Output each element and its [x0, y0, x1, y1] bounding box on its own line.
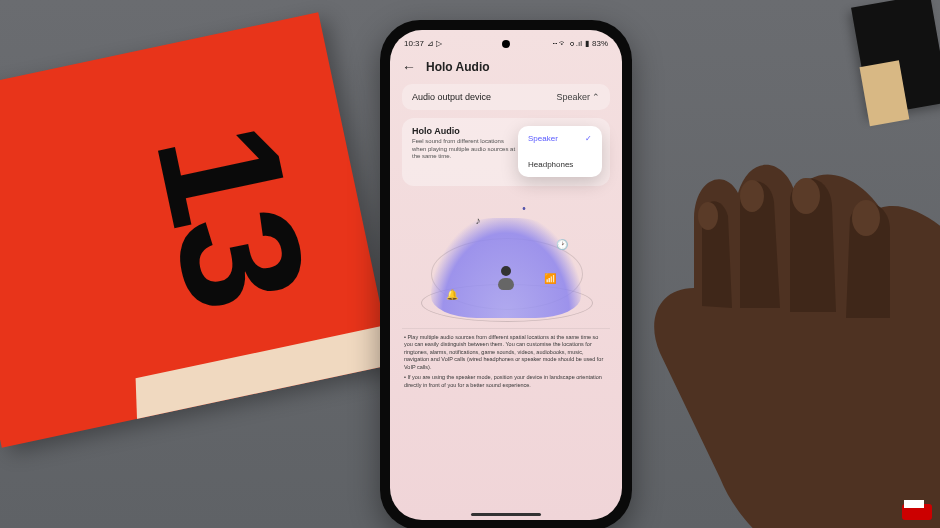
clock-icon: 🕑 — [556, 238, 568, 250]
note-icon: ♪ — [472, 214, 484, 226]
check-icon: ✓ — [585, 134, 592, 143]
scene-root: 13 10:37 ⊿ ▷ ⋯ ᯤ ▢ .ıl ▮ 83% ← Holo — [0, 0, 940, 528]
hand — [590, 98, 940, 528]
youtube-badge — [902, 504, 932, 520]
person-icon — [498, 266, 514, 290]
background-object — [851, 0, 940, 116]
page-content: ← Holo Audio Audio output device Speaker… — [390, 56, 622, 520]
phone-screen: 10:37 ⊿ ▷ ⋯ ᯤ ▢ .ıl ▮ 83% ← Holo Audio A… — [390, 30, 622, 520]
holo-card-desc: Feel sound from different locations when… — [412, 138, 515, 161]
holo-illustration: 🔔 📶 🕑 ♪ • — [402, 194, 610, 324]
description-text: • Play multiple audio sources from diffe… — [402, 328, 610, 389]
holo-audio-card: Holo Audio Feel sound from different loc… — [402, 118, 610, 186]
product-box-label-side — [136, 324, 392, 439]
chevron-up-icon: ⌃ — [592, 92, 600, 102]
status-icons-right: ⋯ ᯤ ▢ .ıl — [553, 39, 582, 48]
dropdown-option-speaker[interactable]: Speaker ✓ — [518, 126, 602, 151]
battery-icon: ▮ — [585, 39, 589, 48]
dot-icon: • — [518, 202, 530, 214]
svg-point-0 — [698, 202, 718, 230]
status-icons-left: ⊿ ▷ — [427, 39, 442, 48]
svg-point-1 — [740, 180, 764, 212]
phone-frame: 10:37 ⊿ ▷ ⋯ ᯤ ▢ .ıl ▮ 83% ← Holo Audio A… — [380, 20, 632, 528]
back-button[interactable]: ← — [402, 60, 416, 74]
svg-point-3 — [852, 200, 880, 236]
nav-handle[interactable] — [471, 513, 541, 516]
wifi-icon: 📶 — [544, 272, 556, 284]
svg-point-2 — [792, 178, 820, 214]
description-paragraph-2: • If you are using the speaker mode, pos… — [404, 374, 608, 389]
audio-output-label: Audio output device — [412, 92, 491, 102]
status-battery: 83% — [592, 39, 608, 48]
dropdown-option-label: Speaker — [528, 134, 558, 143]
product-box: 13 — [0, 12, 393, 447]
audio-output-row[interactable]: Audio output device Speaker ⌃ — [402, 84, 610, 110]
page-title: Holo Audio — [426, 60, 490, 74]
audio-output-value-text: Speaker — [556, 92, 590, 102]
page-header: ← Holo Audio — [402, 56, 610, 84]
audio-output-value: Speaker ⌃ — [556, 92, 600, 102]
description-paragraph-1: • Play multiple audio sources from diffe… — [404, 334, 608, 371]
front-camera — [502, 40, 510, 48]
dropdown-option-label: Headphones — [528, 160, 573, 169]
product-box-logo: 13 — [118, 108, 346, 318]
output-dropdown: Speaker ✓ Headphones — [518, 126, 602, 177]
dropdown-option-headphones[interactable]: Headphones — [518, 151, 602, 177]
bell-icon: 🔔 — [446, 288, 458, 300]
status-time: 10:37 — [404, 39, 424, 48]
